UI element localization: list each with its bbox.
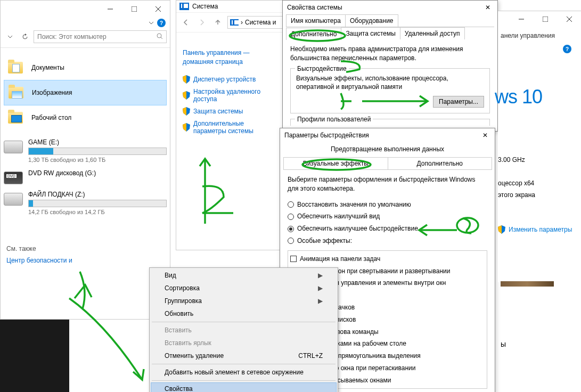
context-menu-item: Вставить ярлык bbox=[151, 337, 337, 349]
help-icon[interactable]: ? bbox=[563, 45, 571, 53]
radio-option[interactable]: Особые эффекты: bbox=[288, 235, 487, 247]
security-center-link[interactable]: Центр безопасности и bbox=[6, 257, 102, 264]
performance-group-title: Быстродействие bbox=[295, 64, 349, 74]
context-menu-item[interactable]: Сортировка▶ bbox=[151, 282, 337, 295]
search-input[interactable] bbox=[37, 33, 157, 40]
minimize-button[interactable] bbox=[98, 1, 122, 17]
dep-header: Предотвращение выполнения данных bbox=[280, 145, 495, 153]
tab[interactable]: Удаленный доступ bbox=[400, 27, 465, 39]
menu-separator bbox=[152, 322, 335, 322]
performance-desc: Визуальные эффекты, использование процес… bbox=[296, 74, 484, 92]
maximize-button[interactable] bbox=[122, 1, 146, 17]
radio-option[interactable]: Обеспечить наилучшее быстродействие bbox=[288, 223, 487, 235]
tab[interactable]: Дополнительно bbox=[286, 28, 341, 40]
image-fragment bbox=[501, 281, 554, 287]
shield-icon bbox=[183, 123, 190, 132]
folder-icon bbox=[7, 85, 27, 101]
profiles-group-title: Профили пользователей bbox=[295, 115, 373, 124]
system-sidebar-link[interactable]: Дополнительные параметры системы bbox=[183, 120, 279, 135]
drive-name: GAME (E:) bbox=[28, 138, 167, 146]
control-panel-home-link[interactable]: Панель управления — домашняя страница bbox=[183, 48, 279, 67]
change-params-link[interactable]: Изменить параметры bbox=[498, 225, 581, 234]
system-sidebar-link[interactable]: Настройка удаленного доступа bbox=[183, 88, 279, 103]
shield-icon bbox=[183, 107, 190, 116]
svg-point-20 bbox=[157, 34, 161, 38]
system-sidebar-link[interactable]: Диспетчер устройств bbox=[183, 75, 279, 84]
folder-icon bbox=[7, 110, 26, 126]
text-fragment: ы bbox=[501, 340, 506, 348]
shield-icon bbox=[498, 225, 505, 234]
parameters-button[interactable]: Параметры... bbox=[433, 96, 484, 108]
forward-button[interactable] bbox=[195, 16, 208, 29]
svg-rect-17 bbox=[132, 6, 137, 12]
see-also-header: См. также bbox=[6, 245, 102, 252]
shield-icon bbox=[183, 75, 190, 84]
help-icon[interactable]: ? bbox=[157, 19, 166, 27]
search-box bbox=[34, 30, 167, 43]
close-button[interactable] bbox=[557, 11, 581, 27]
dialog-title: Параметры быстродействия bbox=[284, 132, 369, 139]
folder-label: Документы bbox=[31, 64, 64, 71]
drive-item[interactable]: DVD RW дисковод (G:) bbox=[1, 166, 170, 187]
folder-item[interactable]: Изображения bbox=[4, 80, 167, 105]
context-menu-item[interactable]: Обновить bbox=[151, 307, 337, 320]
cpu-arch: оцессор x64 bbox=[498, 179, 581, 187]
folder-label: Изображения bbox=[32, 89, 72, 96]
close-icon[interactable]: ✕ bbox=[482, 4, 493, 11]
tab[interactable]: Защита системы bbox=[341, 27, 400, 39]
explorer-window: ? ДокументыИзображенияРабочий стол GAME … bbox=[0, 0, 170, 320]
refresh-button[interactable] bbox=[19, 30, 31, 43]
cpu-speed: 3.00 GHz bbox=[498, 156, 581, 164]
folder-icon bbox=[7, 60, 26, 76]
drive-item[interactable]: GAME (E:)1,30 ТБ свободно из 1,60 ТБ bbox=[1, 135, 170, 166]
context-menu-item[interactable]: Вид▶ bbox=[151, 269, 337, 282]
radio-icon bbox=[288, 238, 294, 244]
chevron-down-icon[interactable] bbox=[149, 20, 154, 26]
radio-icon bbox=[288, 214, 294, 220]
context-menu-item[interactable]: Отменить удалениеCTRL+Z bbox=[151, 349, 337, 362]
search-icon[interactable] bbox=[157, 33, 163, 41]
shield-icon bbox=[183, 91, 190, 100]
drive-icon bbox=[4, 193, 23, 206]
close-icon[interactable]: ✕ bbox=[480, 132, 490, 139]
tab[interactable]: Имя компьютера bbox=[286, 14, 346, 27]
taskbar-fragment bbox=[0, 320, 69, 392]
checkbox-option[interactable]: Анимация на панели задач bbox=[290, 253, 485, 265]
radio-option[interactable]: Восстановить значения по умолчанию bbox=[288, 199, 487, 211]
context-menu-item[interactable]: Добавить новый элемент в сетевое окружен… bbox=[151, 366, 337, 379]
svg-rect-23 bbox=[543, 17, 548, 22]
radio-icon bbox=[288, 226, 294, 232]
radio-option[interactable]: Обеспечить наилучший вид bbox=[288, 210, 487, 223]
system-properties-dialog: Свойства системы ✕ Имя компьютераОборудо… bbox=[282, 0, 498, 132]
svg-line-21 bbox=[161, 37, 162, 39]
context-menu-item[interactable]: Свойства bbox=[151, 382, 337, 392]
drive-icon bbox=[4, 172, 23, 184]
context-menu-item[interactable]: Группировка▶ bbox=[151, 295, 337, 307]
system-sidebar-link[interactable]: Защита системы bbox=[183, 107, 279, 116]
screen-info: этого экрана bbox=[498, 191, 581, 199]
drive-name: DVD RW дисковод (G:) bbox=[28, 169, 167, 177]
perf-desc: Выберите параметры оформления и быстроде… bbox=[288, 175, 487, 193]
admin-note: Необходимо иметь права администратора дл… bbox=[290, 45, 490, 63]
system-icon bbox=[179, 3, 189, 10]
dialog-title: Свойства системы bbox=[287, 4, 342, 11]
drive-item[interactable]: ФАЙЛ ПОДКАЧ (Z:)14,2 ГБ свободно из 14,2… bbox=[1, 187, 170, 218]
maximize-button[interactable] bbox=[533, 11, 557, 27]
minimize-button[interactable] bbox=[509, 11, 533, 27]
folder-list: ДокументыИзображенияРабочий стол bbox=[1, 50, 170, 135]
folder-item[interactable]: Документы bbox=[4, 55, 167, 80]
nav-dropdown[interactable] bbox=[4, 30, 17, 43]
folder-item[interactable]: Рабочий стол bbox=[4, 105, 167, 130]
close-button[interactable] bbox=[146, 1, 170, 17]
menu-separator bbox=[152, 380, 335, 381]
context-menu-item: Вставить bbox=[151, 324, 337, 337]
menu-separator bbox=[152, 364, 335, 364]
drive-sub: 1,30 ТБ свободно из 1,60 ТБ bbox=[28, 157, 167, 163]
back-button[interactable] bbox=[179, 16, 192, 29]
tab[interactable]: Дополнительно bbox=[388, 157, 493, 170]
tab[interactable]: Оборудование bbox=[345, 14, 398, 27]
up-button[interactable] bbox=[211, 16, 224, 29]
folder-label: Рабочий стол bbox=[31, 114, 71, 121]
tab[interactable]: Визуальные эффекты bbox=[283, 157, 388, 170]
windows10-logo: ws 10 bbox=[495, 86, 581, 108]
